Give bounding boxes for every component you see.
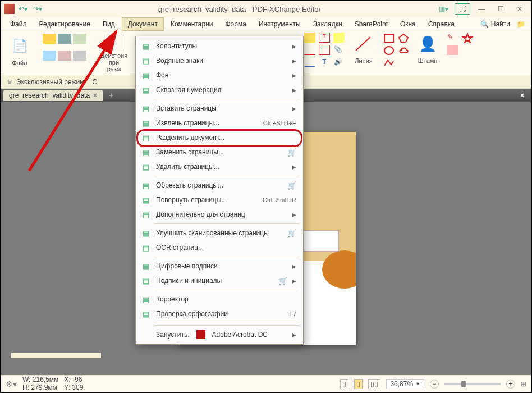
- menu-windows[interactable]: Окна: [395, 18, 421, 30]
- ui-options-icon[interactable]: ▥▾: [435, 3, 451, 15]
- launch-row[interactable]: Запустить: Adobe Acrobat DC ▶: [137, 327, 302, 342]
- acrobat-icon: [196, 330, 205, 339]
- menu-item-14[interactable]: ▤Цифровые подписи▶: [137, 259, 302, 273]
- pencil-icon[interactable]: ✎: [447, 33, 458, 43]
- redo-button[interactable]: ↷▾: [31, 3, 44, 15]
- menu-item-17[interactable]: ▤Проверка орфографииF7: [137, 307, 302, 321]
- mode-short: С: [92, 78, 97, 86]
- menu-file[interactable]: Файл: [4, 18, 33, 30]
- sound-icon[interactable]: 🔊: [333, 57, 345, 67]
- fit-page-icon[interactable]: ⊞: [521, 380, 526, 388]
- menu-edit[interactable]: Редактирование: [34, 18, 96, 30]
- cart-icon: 🛒: [287, 148, 296, 157]
- menu-form[interactable]: Форма: [219, 18, 251, 30]
- close-button[interactable]: ✕: [512, 3, 528, 15]
- menu-view[interactable]: Вид: [97, 18, 121, 30]
- snapshot-icon[interactable]: [58, 34, 71, 44]
- zoom-text: 36,87%: [390, 380, 413, 388]
- burst-icon[interactable]: [461, 33, 473, 43]
- menu-item-icon: ▤: [140, 147, 152, 157]
- menu-help[interactable]: Справка: [423, 18, 460, 30]
- menu-item-10[interactable]: ▤Повернуть страницы...Ctrl+Shift+R: [137, 193, 302, 207]
- menu-item-1[interactable]: ▤Водяные знаки▶: [137, 53, 302, 68]
- tool-5-icon[interactable]: [58, 51, 71, 61]
- polygon-icon[interactable]: [397, 33, 409, 43]
- folder-search-icon[interactable]: 📁: [517, 20, 525, 28]
- menu-sharepoint[interactable]: SharePoint: [349, 18, 393, 30]
- layout-double-icon[interactable]: ▯▯: [368, 379, 380, 389]
- misc-icon[interactable]: [461, 45, 473, 55]
- circle-icon[interactable]: [383, 45, 394, 55]
- titlebar: ↶▾ ↷▾ gre_research_validity_data - PDF-X…: [1, 1, 531, 17]
- options-hint[interactable]: [11, 353, 101, 358]
- menu-item-6[interactable]: ▤Разделить документ...: [137, 130, 302, 145]
- menu-item-11[interactable]: ▤Дополнительно для страниц▶: [137, 207, 302, 222]
- minimize-button[interactable]: —: [474, 3, 489, 15]
- maximize-button[interactable]: ☐: [493, 3, 508, 15]
- menu-item-8[interactable]: ▤Удалить страницы...▶: [137, 159, 302, 174]
- menu-item-icon: ▤: [140, 118, 152, 128]
- tool-6-icon[interactable]: [73, 51, 86, 61]
- menu-document[interactable]: Документ: [122, 17, 164, 31]
- menu-item-0[interactable]: ▤Колонтитулы▶: [137, 39, 302, 53]
- shape-extra-icon[interactable]: [397, 57, 409, 67]
- undo-button[interactable]: ↶▾: [17, 3, 29, 15]
- menu-comments[interactable]: Комментарии: [165, 18, 219, 30]
- launch-label: Запустить:: [156, 331, 190, 339]
- menu-item-15[interactable]: ▤Подписи и инициалы🛒▶: [137, 273, 302, 288]
- submenu-arrow-icon: ▶: [292, 106, 296, 112]
- note-icon[interactable]: [333, 33, 345, 43]
- zoom-out-button[interactable]: −: [430, 380, 439, 389]
- zoom-value[interactable]: 36,87% ▼: [386, 379, 424, 389]
- strike-icon[interactable]: [304, 45, 315, 55]
- menu-item-7[interactable]: ▤Заменить страницы...🛒: [137, 145, 302, 159]
- tool-3-icon[interactable]: [73, 34, 86, 44]
- zoom-slider[interactable]: [444, 383, 501, 385]
- search-icon: 🔍: [480, 20, 489, 28]
- options-gear-icon[interactable]: ⚙▾: [6, 380, 17, 389]
- layout-single-icon[interactable]: ▯: [340, 379, 348, 389]
- menu-item-12[interactable]: ▤Улучшить сканированные страницы🛒: [137, 226, 302, 240]
- menu-item-4[interactable]: ▤Вставить страницы▶: [137, 101, 302, 116]
- menu-item-label: Подписи и инициалы: [156, 277, 274, 285]
- zoom-in-button[interactable]: +: [506, 380, 515, 389]
- attach-icon[interactable]: 📎: [333, 45, 345, 55]
- callout-icon[interactable]: [319, 45, 330, 55]
- fullscreen-icon[interactable]: ⛶: [455, 3, 470, 15]
- underline-icon[interactable]: [304, 57, 315, 67]
- text-tool-icon[interactable]: [43, 51, 56, 61]
- window-title: gre_research_validity_data - PDF-XChange…: [44, 5, 435, 13]
- text-icon[interactable]: T: [319, 57, 330, 67]
- polyline-icon[interactable]: [383, 57, 394, 67]
- menu-tools[interactable]: Инструменты: [253, 18, 306, 30]
- mode-label: Эксклюзивный режим: [16, 78, 84, 86]
- highlight-icon[interactable]: [304, 33, 315, 43]
- menu-bookmarks[interactable]: Закладки: [308, 18, 348, 30]
- menu-item-2[interactable]: ▤Фон▶: [137, 68, 302, 83]
- find-button[interactable]: 🔍 Найти: [477, 19, 513, 29]
- menu-item-5[interactable]: ▤Извлечь страницы...Ctrl+Shift+E: [137, 116, 302, 130]
- menu-item-label: Обрезать страницы...: [156, 181, 283, 189]
- cloud-icon[interactable]: [397, 45, 409, 55]
- file-icon[interactable]: 📄: [8, 34, 31, 58]
- document-tab[interactable]: gre_research_validity_data ×: [3, 90, 103, 101]
- rect-icon[interactable]: [383, 33, 394, 43]
- menu-item-label: Водяные знаки: [156, 57, 287, 65]
- menu-item-label: Корректор: [156, 295, 296, 303]
- eraser-icon[interactable]: [447, 45, 458, 55]
- menu-item-16[interactable]: ▤Корректор: [137, 292, 302, 307]
- menu-item-label: Извлечь страницы...: [156, 119, 259, 127]
- hand-tool-icon[interactable]: [43, 34, 56, 44]
- stamp-tool-icon[interactable]: 👤: [416, 33, 439, 55]
- add-tab-button[interactable]: ＋: [103, 90, 120, 100]
- menu-item-13[interactable]: ▤OCR страниц...: [137, 240, 302, 255]
- layout-continuous-icon[interactable]: ▯: [354, 379, 363, 389]
- menu-item-9[interactable]: ▤Обрезать страницы...🛒: [137, 178, 302, 193]
- close-all-tabs-button[interactable]: ×: [516, 92, 529, 99]
- menu-item-label: Заменить страницы...: [156, 148, 283, 156]
- menu-item-3[interactable]: ▤Сквозная нумерация▶: [137, 83, 302, 97]
- tab-close-icon[interactable]: ×: [93, 92, 97, 99]
- line-tool-icon[interactable]: [352, 33, 375, 55]
- page-number-icon[interactable]: 1: [106, 34, 122, 51]
- textbox-icon[interactable]: T: [319, 33, 330, 43]
